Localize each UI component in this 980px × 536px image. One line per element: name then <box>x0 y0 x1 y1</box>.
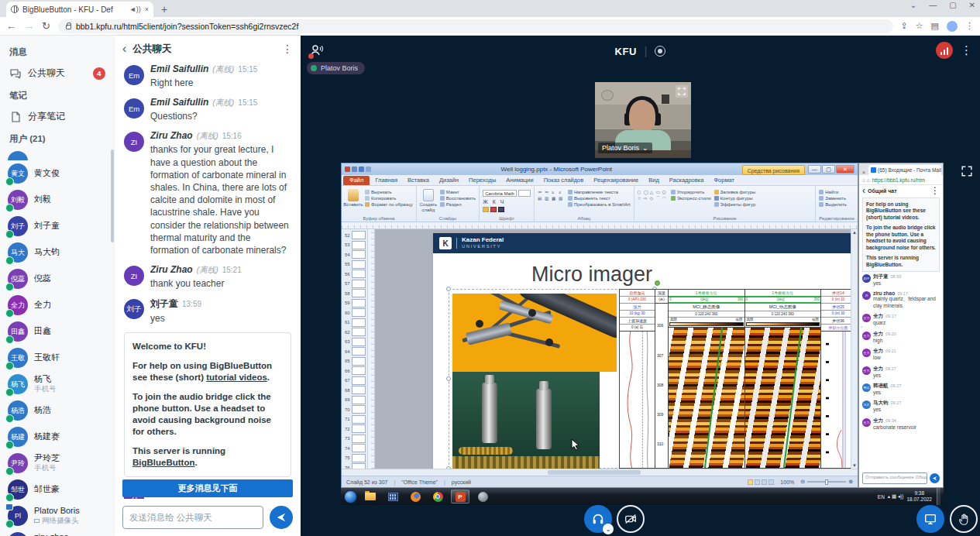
taskbar-chrome[interactable] <box>428 490 447 503</box>
undo-icon[interactable] <box>359 167 364 172</box>
talker-pill[interactable]: Platov Boris <box>307 62 365 74</box>
slide-thumbnail[interactable]: 62 <box>343 328 366 336</box>
ribbon-tab[interactable]: Главная <box>370 176 402 185</box>
slide-thumbnail[interactable]: 74 <box>343 444 366 452</box>
slide-thumbnail[interactable]: 75 <box>343 454 366 462</box>
browser-tab[interactable]: BigBlueButton - KFU - Def ◄)) × <box>6 2 153 17</box>
slide-canvas[interactable]: K Kazan Federal UNIVERSITY Micro imager <box>375 229 851 469</box>
slide-thumbnail[interactable]: 60 <box>343 308 366 317</box>
user-row[interactable]: 黄文 黄文俊 <box>0 160 115 187</box>
ppt-horizontal-scrollbar[interactable] <box>342 469 858 476</box>
slide-thumbnail[interactable]: 54 <box>343 250 366 259</box>
forward-button[interactable]: → <box>24 20 34 32</box>
chat-message-list[interactable]: Em Emil Saifullin (离线) 15:15 Right here <box>115 62 301 499</box>
presentation-fullscreen-icon[interactable] <box>960 164 974 178</box>
audio-dropdown-badge[interactable]: ⌄ <box>603 524 614 534</box>
address-bar[interactable]: bbb1.kpfu.ru/html5client/join?sessionTok… <box>58 19 893 33</box>
new-slide-button[interactable]: Создать слайд <box>420 187 437 212</box>
url-text[interactable]: bbb1.kpfu.ru/html5client/join?sessionTok… <box>76 22 298 31</box>
font-style-buttons[interactable]: Ж К Ч <box>483 199 531 204</box>
back-button[interactable]: ← <box>6 20 16 32</box>
screenshare-toggle-button[interactable] <box>916 505 944 533</box>
language-en[interactable]: EN <box>878 494 885 500</box>
start-button[interactable] <box>344 490 357 503</box>
other-tab-close-icon[interactable]: × <box>861 170 867 175</box>
save-icon[interactable] <box>352 167 357 172</box>
chat-message-input[interactable] <box>122 506 263 529</box>
taskbar-clock[interactable]: 9:38 18.07.2022 <box>906 490 932 503</box>
taskbar-media-app[interactable] <box>383 490 402 503</box>
slide-thumbnail[interactable]: 57 <box>343 280 366 288</box>
redo-icon[interactable] <box>366 167 371 172</box>
slide-thumbnail[interactable]: 68 <box>343 386 366 394</box>
sb-send-button[interactable] <box>930 473 940 483</box>
screenshare-view[interactable]: Well logging.pptx - Microsoft PowerPoint… <box>341 163 944 505</box>
user-row[interactable]: 刘子 刘子童 <box>0 213 115 239</box>
slide-thumbnail[interactable]: 64 <box>343 347 366 356</box>
tab-audio-icon[interactable]: ◄)) <box>129 5 141 13</box>
chat-menu-icon[interactable]: ⋮ <box>282 43 293 55</box>
zoom-slider[interactable]: ⊖⊕ <box>800 479 853 485</box>
ribbon-tab[interactable]: Дизайн <box>435 176 463 185</box>
ribbon-tab[interactable]: Рецензирование <box>589 176 643 185</box>
lock-icon[interactable] <box>66 25 71 29</box>
ribbon-tab[interactable]: Показ слайдов <box>539 176 589 185</box>
view-buttons[interactable] <box>748 479 774 485</box>
chat-back-icon[interactable]: ‹ <box>122 43 126 55</box>
webcam-fullscreen-icon[interactable] <box>676 85 688 98</box>
user-row[interactable]: 杨飞 杨飞 手机号 <box>0 371 115 397</box>
user-row[interactable]: 马大 马大钧 <box>0 239 115 266</box>
ribbon-tab[interactable]: Формат <box>709 176 739 185</box>
slide-thumbnail[interactable]: 67 <box>343 376 366 385</box>
user-row[interactable]: 刘毅 刘毅 <box>0 187 115 213</box>
slide-thumbnail[interactable]: 58 <box>343 289 366 297</box>
ribbon-tab[interactable]: Анимации <box>501 176 538 185</box>
send-message-button[interactable] <box>270 506 293 529</box>
slide-thumbnail[interactable]: 66 <box>343 366 366 375</box>
sb-message-input[interactable]: Отправить сообщение Общий чат <box>862 472 927 484</box>
taskbar-explorer[interactable] <box>361 490 380 503</box>
window-close-button[interactable]: ✕ <box>969 1 975 9</box>
sb-message-list[interactable]: 刘子 刘子童08:59 yes ZI <box>859 273 943 472</box>
user-row[interactable]: 全力 全力 <box>0 292 115 318</box>
slide-thumbnail[interactable]: 59 <box>343 299 366 308</box>
slide-thumbnail[interactable]: 70 <box>343 405 366 414</box>
tray-icons[interactable]: ▴ ▦ ◂)) <box>888 493 904 500</box>
slide-thumbnail[interactable]: 53 <box>343 241 366 249</box>
user-row[interactable]: 邹世 邹世豪 <box>0 476 115 503</box>
webcam-video[interactable]: Platov Boris ⌄ <box>595 82 691 158</box>
user-row[interactable]: 倪蕊 倪蕊 <box>0 266 115 292</box>
ribbon-tab[interactable]: Вид <box>644 176 664 185</box>
taskbar-other-app[interactable] <box>473 490 492 503</box>
audio-settings-button[interactable]: ⌄ <box>584 505 612 533</box>
chrome-menu-icon[interactable]: ⋮ <box>965 21 974 31</box>
tab-close-icon[interactable]: × <box>145 5 149 13</box>
slide-thumbnail[interactable]: 72 <box>343 424 366 433</box>
reload-button[interactable]: ↻ <box>42 20 50 32</box>
tutorial-videos-link[interactable]: tutorial videos <box>206 373 267 382</box>
user-row-partial[interactable] <box>0 149 115 160</box>
user-row[interactable]: 田鑫 田鑫 <box>0 318 115 345</box>
webcam-name-label[interactable]: Platov Boris ⌄ <box>598 143 652 153</box>
slide-thumbnail[interactable]: 61 <box>343 318 366 327</box>
slide-thumbnails-panel[interactable]: 52 53 54 <box>342 229 368 469</box>
slide-thumbnail[interactable]: 71 <box>343 415 366 424</box>
sb-scrollbar-arrow[interactable]: ⌃ <box>859 325 864 356</box>
slide-thumbnail[interactable]: 73 <box>343 435 366 443</box>
webcam-toggle-button[interactable] <box>617 505 645 533</box>
ribbon-tab[interactable]: Раскадровка <box>665 176 709 185</box>
slide-thumbnail[interactable]: 52 <box>343 231 366 239</box>
share-icon[interactable]: ⇪ <box>901 21 908 31</box>
font-name-box[interactable]: Cambria Math <box>483 190 517 197</box>
ppt-close-button[interactable]: ✕ <box>836 165 854 174</box>
mailru-tab[interactable]: (65) Входящие - Почта Mail.ru <box>868 165 941 175</box>
sb-chat-back-icon[interactable]: ‹ <box>862 185 865 196</box>
window-minimize-button[interactable]: — <box>929 1 937 9</box>
taskbar-firefox[interactable] <box>406 490 425 503</box>
bookmark-star-icon[interactable]: ☆ <box>916 21 923 31</box>
ribbon-tab[interactable]: Вставка <box>403 176 434 185</box>
window-maximize-button[interactable]: ▢ <box>949 1 956 9</box>
paste-button[interactable]: Вставить <box>345 187 362 208</box>
talking-indicator-icon[interactable] <box>310 43 325 57</box>
bigbluebutton-link[interactable]: BigBlueButton <box>132 458 194 467</box>
